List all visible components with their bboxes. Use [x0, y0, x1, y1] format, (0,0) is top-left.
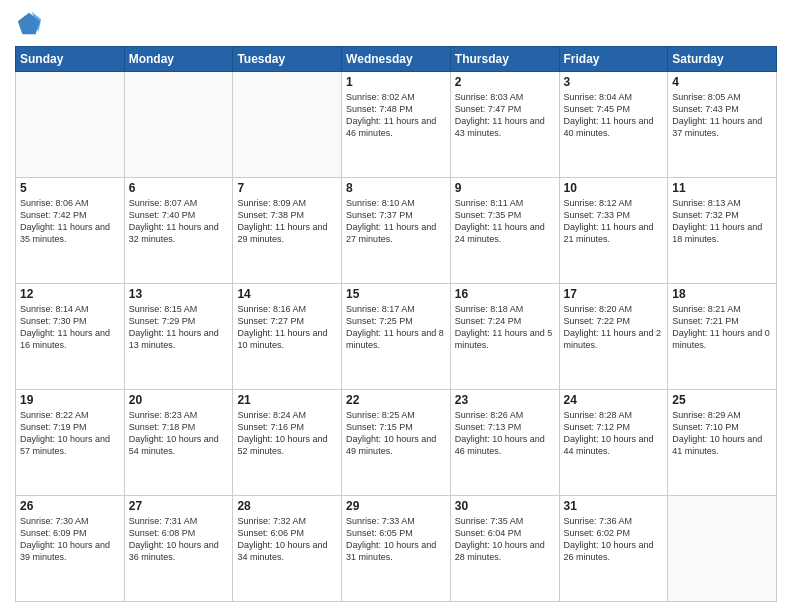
calendar-day-empty — [16, 72, 125, 178]
day-number: 19 — [20, 393, 120, 407]
day-info: Sunrise: 8:07 AM Sunset: 7:40 PM Dayligh… — [129, 197, 229, 246]
day-info: Sunrise: 8:17 AM Sunset: 7:25 PM Dayligh… — [346, 303, 446, 352]
day-info: Sunrise: 8:28 AM Sunset: 7:12 PM Dayligh… — [564, 409, 664, 458]
calendar-day-7: 7Sunrise: 8:09 AM Sunset: 7:38 PM Daylig… — [233, 178, 342, 284]
day-number: 9 — [455, 181, 555, 195]
calendar-day-20: 20Sunrise: 8:23 AM Sunset: 7:18 PM Dayli… — [124, 390, 233, 496]
day-number: 24 — [564, 393, 664, 407]
day-info: Sunrise: 8:04 AM Sunset: 7:45 PM Dayligh… — [564, 91, 664, 140]
day-info: Sunrise: 8:06 AM Sunset: 7:42 PM Dayligh… — [20, 197, 120, 246]
day-info: Sunrise: 8:14 AM Sunset: 7:30 PM Dayligh… — [20, 303, 120, 352]
day-info: Sunrise: 8:03 AM Sunset: 7:47 PM Dayligh… — [455, 91, 555, 140]
calendar-week-4: 19Sunrise: 8:22 AM Sunset: 7:19 PM Dayli… — [16, 390, 777, 496]
day-info: Sunrise: 8:24 AM Sunset: 7:16 PM Dayligh… — [237, 409, 337, 458]
calendar-day-16: 16Sunrise: 8:18 AM Sunset: 7:24 PM Dayli… — [450, 284, 559, 390]
day-info: Sunrise: 7:36 AM Sunset: 6:02 PM Dayligh… — [564, 515, 664, 564]
day-number: 30 — [455, 499, 555, 513]
day-info: Sunrise: 8:26 AM Sunset: 7:13 PM Dayligh… — [455, 409, 555, 458]
day-number: 4 — [672, 75, 772, 89]
header — [15, 10, 777, 38]
calendar-day-empty — [124, 72, 233, 178]
calendar-day-14: 14Sunrise: 8:16 AM Sunset: 7:27 PM Dayli… — [233, 284, 342, 390]
calendar-day-23: 23Sunrise: 8:26 AM Sunset: 7:13 PM Dayli… — [450, 390, 559, 496]
calendar-day-empty — [233, 72, 342, 178]
day-info: Sunrise: 7:30 AM Sunset: 6:09 PM Dayligh… — [20, 515, 120, 564]
day-info: Sunrise: 8:09 AM Sunset: 7:38 PM Dayligh… — [237, 197, 337, 246]
calendar-day-13: 13Sunrise: 8:15 AM Sunset: 7:29 PM Dayli… — [124, 284, 233, 390]
day-info: Sunrise: 8:20 AM Sunset: 7:22 PM Dayligh… — [564, 303, 664, 352]
col-header-sunday: Sunday — [16, 47, 125, 72]
day-info: Sunrise: 8:10 AM Sunset: 7:37 PM Dayligh… — [346, 197, 446, 246]
calendar-day-29: 29Sunrise: 7:33 AM Sunset: 6:05 PM Dayli… — [342, 496, 451, 602]
col-header-monday: Monday — [124, 47, 233, 72]
day-info: Sunrise: 8:22 AM Sunset: 7:19 PM Dayligh… — [20, 409, 120, 458]
day-info: Sunrise: 8:21 AM Sunset: 7:21 PM Dayligh… — [672, 303, 772, 352]
calendar-day-10: 10Sunrise: 8:12 AM Sunset: 7:33 PM Dayli… — [559, 178, 668, 284]
day-number: 28 — [237, 499, 337, 513]
day-info: Sunrise: 8:18 AM Sunset: 7:24 PM Dayligh… — [455, 303, 555, 352]
day-number: 13 — [129, 287, 229, 301]
calendar-day-15: 15Sunrise: 8:17 AM Sunset: 7:25 PM Dayli… — [342, 284, 451, 390]
day-number: 7 — [237, 181, 337, 195]
calendar-day-27: 27Sunrise: 7:31 AM Sunset: 6:08 PM Dayli… — [124, 496, 233, 602]
col-header-thursday: Thursday — [450, 47, 559, 72]
day-info: Sunrise: 8:13 AM Sunset: 7:32 PM Dayligh… — [672, 197, 772, 246]
day-info: Sunrise: 7:32 AM Sunset: 6:06 PM Dayligh… — [237, 515, 337, 564]
day-info: Sunrise: 8:12 AM Sunset: 7:33 PM Dayligh… — [564, 197, 664, 246]
day-number: 8 — [346, 181, 446, 195]
day-number: 27 — [129, 499, 229, 513]
calendar-week-5: 26Sunrise: 7:30 AM Sunset: 6:09 PM Dayli… — [16, 496, 777, 602]
calendar-day-3: 3Sunrise: 8:04 AM Sunset: 7:45 PM Daylig… — [559, 72, 668, 178]
calendar: SundayMondayTuesdayWednesdayThursdayFrid… — [15, 46, 777, 602]
day-number: 12 — [20, 287, 120, 301]
calendar-week-2: 5Sunrise: 8:06 AM Sunset: 7:42 PM Daylig… — [16, 178, 777, 284]
day-info: Sunrise: 7:35 AM Sunset: 6:04 PM Dayligh… — [455, 515, 555, 564]
calendar-day-19: 19Sunrise: 8:22 AM Sunset: 7:19 PM Dayli… — [16, 390, 125, 496]
day-info: Sunrise: 7:31 AM Sunset: 6:08 PM Dayligh… — [129, 515, 229, 564]
day-info: Sunrise: 8:11 AM Sunset: 7:35 PM Dayligh… — [455, 197, 555, 246]
day-number: 22 — [346, 393, 446, 407]
day-info: Sunrise: 7:33 AM Sunset: 6:05 PM Dayligh… — [346, 515, 446, 564]
day-number: 17 — [564, 287, 664, 301]
day-number: 14 — [237, 287, 337, 301]
col-header-tuesday: Tuesday — [233, 47, 342, 72]
calendar-day-25: 25Sunrise: 8:29 AM Sunset: 7:10 PM Dayli… — [668, 390, 777, 496]
day-number: 26 — [20, 499, 120, 513]
calendar-day-18: 18Sunrise: 8:21 AM Sunset: 7:21 PM Dayli… — [668, 284, 777, 390]
calendar-day-31: 31Sunrise: 7:36 AM Sunset: 6:02 PM Dayli… — [559, 496, 668, 602]
col-header-friday: Friday — [559, 47, 668, 72]
calendar-day-5: 5Sunrise: 8:06 AM Sunset: 7:42 PM Daylig… — [16, 178, 125, 284]
page: SundayMondayTuesdayWednesdayThursdayFrid… — [0, 0, 792, 612]
day-number: 25 — [672, 393, 772, 407]
day-number: 10 — [564, 181, 664, 195]
day-number: 20 — [129, 393, 229, 407]
calendar-day-17: 17Sunrise: 8:20 AM Sunset: 7:22 PM Dayli… — [559, 284, 668, 390]
day-info: Sunrise: 8:02 AM Sunset: 7:48 PM Dayligh… — [346, 91, 446, 140]
calendar-day-6: 6Sunrise: 8:07 AM Sunset: 7:40 PM Daylig… — [124, 178, 233, 284]
day-info: Sunrise: 8:16 AM Sunset: 7:27 PM Dayligh… — [237, 303, 337, 352]
calendar-day-empty — [668, 496, 777, 602]
day-info: Sunrise: 8:23 AM Sunset: 7:18 PM Dayligh… — [129, 409, 229, 458]
calendar-day-12: 12Sunrise: 8:14 AM Sunset: 7:30 PM Dayli… — [16, 284, 125, 390]
day-number: 29 — [346, 499, 446, 513]
logo-icon — [15, 10, 43, 38]
calendar-day-1: 1Sunrise: 8:02 AM Sunset: 7:48 PM Daylig… — [342, 72, 451, 178]
calendar-week-1: 1Sunrise: 8:02 AM Sunset: 7:48 PM Daylig… — [16, 72, 777, 178]
day-number: 23 — [455, 393, 555, 407]
col-header-wednesday: Wednesday — [342, 47, 451, 72]
day-number: 15 — [346, 287, 446, 301]
calendar-day-28: 28Sunrise: 7:32 AM Sunset: 6:06 PM Dayli… — [233, 496, 342, 602]
day-info: Sunrise: 8:05 AM Sunset: 7:43 PM Dayligh… — [672, 91, 772, 140]
calendar-day-8: 8Sunrise: 8:10 AM Sunset: 7:37 PM Daylig… — [342, 178, 451, 284]
calendar-day-26: 26Sunrise: 7:30 AM Sunset: 6:09 PM Dayli… — [16, 496, 125, 602]
calendar-header-row: SundayMondayTuesdayWednesdayThursdayFrid… — [16, 47, 777, 72]
calendar-day-9: 9Sunrise: 8:11 AM Sunset: 7:35 PM Daylig… — [450, 178, 559, 284]
day-info: Sunrise: 8:25 AM Sunset: 7:15 PM Dayligh… — [346, 409, 446, 458]
calendar-day-21: 21Sunrise: 8:24 AM Sunset: 7:16 PM Dayli… — [233, 390, 342, 496]
day-number: 21 — [237, 393, 337, 407]
calendar-day-24: 24Sunrise: 8:28 AM Sunset: 7:12 PM Dayli… — [559, 390, 668, 496]
day-number: 16 — [455, 287, 555, 301]
calendar-day-22: 22Sunrise: 8:25 AM Sunset: 7:15 PM Dayli… — [342, 390, 451, 496]
day-number: 2 — [455, 75, 555, 89]
day-number: 6 — [129, 181, 229, 195]
